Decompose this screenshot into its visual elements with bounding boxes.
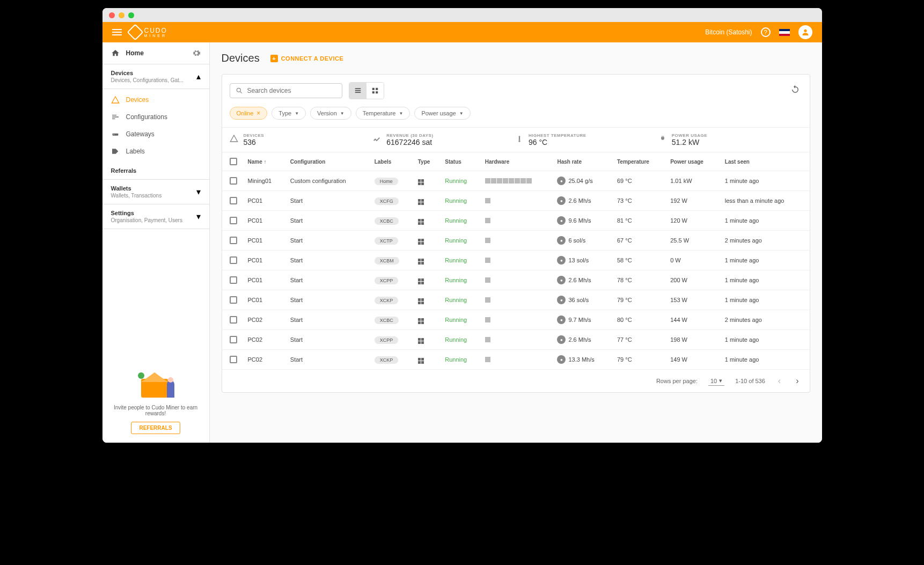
table-row[interactable]: PC01StartXCBCRunning●9.6 Mh/s81 °C120 W1… — [222, 211, 810, 231]
close-icon[interactable]: × — [256, 109, 260, 117]
label-chip[interactable]: XCPP — [375, 277, 399, 284]
connect-device-button[interactable]: + CONNECT A DEVICE — [270, 55, 344, 62]
label-chip[interactable]: XCKP — [375, 297, 399, 304]
view-grid-button[interactable] — [366, 83, 384, 99]
col-seen[interactable]: Last seen — [721, 152, 810, 171]
windows-icon — [418, 358, 424, 364]
sidebar-item-configurations[interactable]: Configurations — [102, 108, 209, 126]
table-row[interactable]: PC01StartXCBMRunning●13 sol/s58 °C0 W1 m… — [222, 251, 810, 270]
select-all-checkbox[interactable] — [230, 158, 237, 165]
table-row[interactable]: Mining01Custom configurationHomeRunning●… — [222, 171, 810, 191]
col-type[interactable]: Type — [414, 152, 441, 171]
row-checkbox[interactable] — [230, 316, 237, 324]
row-checkbox[interactable] — [230, 177, 237, 185]
filter-chip-temperature[interactable]: Temperature▼ — [356, 107, 410, 120]
window-maximize[interactable] — [128, 12, 134, 18]
devices-icon — [230, 134, 238, 143]
brand-logo[interactable]: CUDO MINER — [129, 26, 167, 38]
col-status[interactable]: Status — [441, 152, 481, 171]
gear-icon[interactable] — [192, 49, 201, 57]
sidebar-item-devices[interactable]: Devices — [102, 91, 209, 108]
label-chip[interactable]: XCBC — [375, 317, 399, 324]
settings-section-toggle[interactable]: Settings Organisation, Payment, Users ▾ — [111, 210, 201, 223]
sidebar: Home Devices Devices, Configurations, Ga… — [102, 42, 210, 443]
status-badge: Running — [445, 297, 467, 303]
cell-config: Start — [286, 211, 370, 231]
menu-toggle[interactable] — [112, 27, 122, 37]
referrals-button[interactable]: REFERRALS — [131, 422, 180, 434]
coin-icon: ● — [557, 216, 566, 225]
col-power[interactable]: Power usage — [666, 152, 721, 171]
col-config[interactable]: Configuration — [286, 152, 370, 171]
cell-hash: ●2.6 Mh/s — [557, 196, 608, 205]
row-checkbox[interactable] — [230, 237, 237, 244]
devices-section-toggle[interactable]: Devices Devices, Configurations, Gat... … — [111, 70, 201, 83]
window-titlebar — [102, 8, 822, 22]
label-chip[interactable]: XCBC — [375, 217, 399, 225]
section-title: Devices — [111, 70, 184, 76]
rows-per-page-select[interactable]: 10 ▾ — [708, 376, 724, 386]
row-checkbox[interactable] — [230, 356, 237, 363]
filter-chip-power-usage[interactable]: Power usage▼ — [414, 107, 470, 120]
devices-table: Name ↑ Configuration Labels Type Status … — [222, 152, 810, 370]
col-temp[interactable]: Temperature — [613, 152, 666, 171]
table-row[interactable]: PC02StartXCKPRunning●13.3 Mh/s79 °C149 W… — [222, 350, 810, 370]
label-chip[interactable]: Home — [375, 178, 398, 185]
col-hardware[interactable]: Hardware — [481, 152, 553, 171]
label-chip[interactable]: XCBM — [375, 257, 399, 265]
window-close[interactable] — [109, 12, 115, 18]
sidebar-item-gateways[interactable]: Gateways — [102, 126, 209, 143]
row-checkbox[interactable] — [230, 276, 237, 284]
user-avatar[interactable] — [798, 25, 812, 39]
chevron-up-icon: ▴ — [196, 71, 201, 82]
cell-temp: 80 °C — [613, 310, 666, 330]
table-row[interactable]: PC01StartXCTPRunning●6 sol/s67 °C25.5 W2… — [222, 231, 810, 251]
language-flag[interactable] — [779, 29, 790, 36]
col-name[interactable]: Name ↑ — [244, 152, 286, 171]
label-chip[interactable]: XCPP — [375, 336, 399, 344]
filter-chip-online[interactable]: Online× — [230, 107, 268, 120]
prev-page-button[interactable]: ‹ — [776, 376, 783, 386]
table-row[interactable]: PC01StartXCKPRunning●36 sol/s79 °C153 W1… — [222, 290, 810, 310]
row-checkbox[interactable] — [230, 217, 237, 224]
table-row[interactable]: PC01StartXCFGRunning●2.6 Mh/s73 °C192 Wl… — [222, 191, 810, 211]
cell-power: 198 W — [666, 330, 721, 350]
view-list-button[interactable] — [349, 83, 366, 99]
search-input[interactable] — [247, 87, 336, 94]
currency-selector[interactable]: Bitcoin (Satoshi) — [705, 28, 752, 36]
row-checkbox[interactable] — [230, 296, 237, 304]
row-checkbox[interactable] — [230, 197, 237, 204]
row-checkbox[interactable] — [230, 256, 237, 264]
next-page-button[interactable]: › — [794, 376, 801, 386]
svg-point-2 — [113, 134, 114, 135]
section-title: Wallets — [111, 185, 162, 192]
cell-config: Custom configuration — [286, 171, 370, 191]
col-labels[interactable]: Labels — [370, 152, 414, 171]
label-chip[interactable]: XCKP — [375, 356, 399, 364]
label-chip[interactable]: XCTP — [375, 237, 398, 245]
table-row[interactable]: PC02StartXCBCRunning●9.7 Mh/s80 °C144 W2… — [222, 310, 810, 330]
table-row[interactable]: PC02StartXCPPRunning●2.6 Mh/s77 °C198 W1… — [222, 330, 810, 350]
plus-icon: + — [270, 55, 278, 62]
sidebar-item-labels[interactable]: Labels — [102, 143, 209, 160]
refresh-button[interactable] — [788, 83, 802, 99]
home-link[interactable]: Home — [111, 49, 144, 57]
help-icon[interactable]: ? — [761, 27, 771, 37]
hardware-indicator — [485, 317, 549, 322]
coin-icon: ● — [557, 296, 566, 304]
cell-hash: ●9.7 Mh/s — [557, 315, 608, 324]
table-row[interactable]: PC01StartXCPPRunning●2.6 Mh/s78 °C200 W1… — [222, 270, 810, 290]
filter-chip-type[interactable]: Type▼ — [272, 107, 306, 120]
referral-illustration — [131, 368, 180, 400]
search-input-wrapper[interactable] — [230, 83, 342, 98]
wallets-section-toggle[interactable]: Wallets Wallets, Transactions ▾ — [111, 185, 201, 199]
window-minimize[interactable] — [119, 12, 124, 18]
label-chip[interactable]: XCFG — [375, 197, 399, 205]
cell-power: 25.5 W — [666, 231, 721, 251]
sidebar-item-referrals[interactable]: Referrals — [111, 167, 201, 174]
filter-chip-version[interactable]: Version▼ — [310, 107, 351, 120]
sidebar-item-label: Gateways — [126, 130, 155, 138]
row-checkbox[interactable] — [230, 336, 237, 343]
col-hash[interactable]: Hash rate — [553, 152, 613, 171]
plug-icon — [659, 134, 666, 144]
